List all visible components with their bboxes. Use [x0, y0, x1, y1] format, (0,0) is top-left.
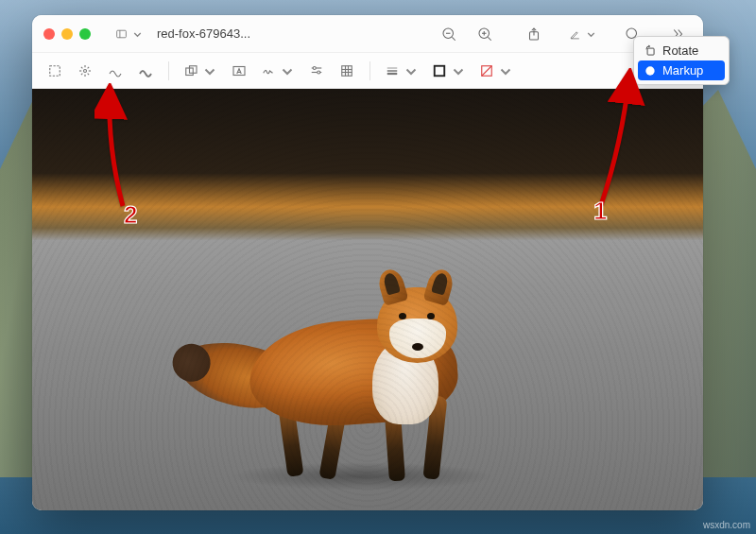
traffic-lights — [43, 28, 91, 40]
selection-tool[interactable] — [42, 59, 68, 83]
annotation-number-1: 1 — [593, 197, 607, 226]
highlight-button[interactable] — [569, 22, 597, 46]
fill-color-tool[interactable] — [474, 59, 518, 83]
sketch-tool[interactable] — [102, 59, 129, 83]
shapes-tool[interactable] — [179, 59, 222, 83]
svg-rect-41 — [435, 65, 445, 76]
filename-label: red-fox-679643... — [157, 26, 250, 41]
text-tool[interactable] — [226, 59, 252, 83]
zoom-in-button[interactable] — [471, 22, 499, 46]
watermark: wsxdn.com — [703, 520, 750, 530]
svg-line-6 — [488, 37, 490, 40]
markup-menu-item[interactable]: Markup — [638, 60, 725, 80]
markup-label: Markup — [662, 63, 703, 78]
svg-line-3 — [452, 37, 455, 40]
adjust-color-tool[interactable] — [303, 59, 330, 83]
sign-tool[interactable] — [256, 59, 300, 83]
svg-line-22 — [81, 66, 83, 68]
share-button[interactable] — [520, 22, 548, 46]
annotation-number-2: 2 — [124, 200, 137, 230]
fullscreen-button[interactable] — [79, 28, 91, 40]
rotate-icon — [644, 44, 657, 58]
toolbar-divider — [369, 61, 370, 80]
svg-rect-33 — [342, 65, 352, 76]
overflow-popover: Rotate Markup — [633, 36, 730, 85]
draw-tool[interactable] — [132, 59, 159, 83]
fox-subject — [183, 235, 524, 491]
instant-alpha-tool[interactable] — [72, 59, 98, 83]
svg-point-17 — [84, 69, 87, 72]
toolbar-divider — [168, 61, 169, 80]
titlebar: red-fox-679643... — [32, 15, 703, 53]
crop-tool[interactable] — [334, 59, 360, 83]
border-color-tool[interactable] — [427, 59, 471, 83]
close-button[interactable] — [43, 28, 55, 40]
svg-line-24 — [81, 73, 83, 75]
preview-window: red-fox-679643... Rotate Markup — [32, 15, 703, 510]
rotate-label: Rotate — [662, 43, 698, 58]
line-style-tool[interactable] — [380, 59, 423, 83]
svg-line-25 — [88, 66, 90, 68]
svg-line-23 — [88, 73, 90, 75]
svg-point-15 — [645, 66, 654, 75]
markup-toolbar — [32, 53, 703, 89]
svg-rect-16 — [50, 65, 60, 76]
minimize-button[interactable] — [61, 28, 73, 40]
sidebar-toggle-button[interactable] — [115, 22, 144, 46]
svg-rect-14 — [647, 48, 654, 55]
photo-content — [32, 89, 703, 510]
svg-rect-0 — [117, 30, 127, 38]
rotate-menu-item[interactable]: Rotate — [638, 41, 725, 60]
zoom-out-button[interactable] — [435, 22, 463, 46]
svg-line-43 — [482, 65, 492, 76]
svg-point-32 — [318, 71, 320, 74]
image-canvas[interactable] — [32, 89, 703, 510]
markup-icon — [644, 64, 657, 78]
svg-point-30 — [313, 66, 316, 69]
